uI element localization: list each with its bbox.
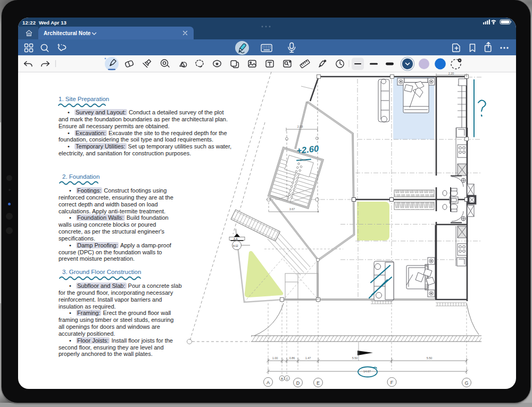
svg-text:2.33: 2.33 bbox=[297, 125, 303, 128]
svg-text:E: E bbox=[317, 380, 320, 386]
svg-text:B: B bbox=[281, 377, 283, 380]
svg-text:C: C bbox=[286, 377, 288, 380]
svg-text:+2.60: +2.60 bbox=[298, 159, 306, 162]
svg-text:D: D bbox=[296, 380, 300, 386]
svg-text:F: F bbox=[390, 380, 394, 385]
svg-text:1.00: 1.00 bbox=[272, 356, 278, 360]
svg-text:+2.60: +2.60 bbox=[296, 144, 319, 155]
svg-text:A-A: A-A bbox=[234, 238, 238, 240]
svg-text:A-12: A-12 bbox=[233, 245, 238, 247]
svg-text:1.47: 1.47 bbox=[305, 356, 311, 360]
svg-text:G: G bbox=[464, 380, 468, 386]
svg-text:2.20: 2.20 bbox=[448, 72, 454, 75]
svg-text:14.67: 14.67 bbox=[363, 370, 371, 373]
svg-text:A: A bbox=[267, 380, 270, 385]
svg-text:5.50: 5.50 bbox=[352, 356, 358, 360]
svg-text:0.86: 0.86 bbox=[289, 356, 295, 360]
svg-text:3.67: 3.67 bbox=[289, 207, 295, 211]
svg-text:5.50: 5.50 bbox=[427, 356, 433, 360]
